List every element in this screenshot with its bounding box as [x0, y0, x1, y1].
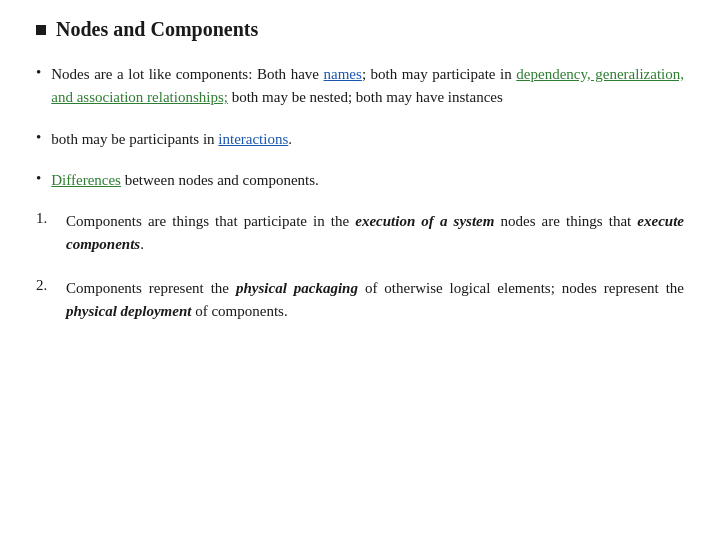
bullet-icon: • — [36, 170, 41, 187]
list-item: • Nodes are a lot like components: Both … — [36, 63, 684, 110]
slide-title: Nodes and Components — [56, 18, 258, 41]
names-link: names — [324, 66, 362, 82]
bullet-text-1: Nodes are a lot like components: Both ha… — [51, 63, 684, 110]
physical-deployment-text: physical deployment — [66, 303, 191, 319]
differences-link: Differences — [51, 172, 121, 188]
interactions-link: interactions — [218, 131, 288, 147]
list-item: • both may be participants in interactio… — [36, 128, 684, 151]
slide-container: Nodes and Components • Nodes are a lot l… — [0, 0, 720, 540]
list-item: 1. Components are things that participat… — [36, 210, 684, 257]
physical-packaging-text: physical packaging — [236, 280, 358, 296]
title-row: Nodes and Components — [36, 18, 684, 41]
bullet-icon: • — [36, 129, 41, 146]
title-bullet-icon — [36, 25, 46, 35]
numbered-text-2: Components represent the physical packag… — [66, 277, 684, 324]
bullet-text-3: Differences between nodes and components… — [51, 169, 319, 192]
exec-system-text: execution of a system — [355, 213, 494, 229]
dependency-link: dependency, generalization, and associat… — [51, 66, 684, 105]
number-label-1: 1. — [36, 210, 56, 227]
list-item: 2. Components represent the physical pac… — [36, 277, 684, 324]
content-area: • Nodes are a lot like components: Both … — [36, 63, 684, 341]
numbered-text-1: Components are things that participate i… — [66, 210, 684, 257]
list-item: • Differences between nodes and componen… — [36, 169, 684, 192]
number-label-2: 2. — [36, 277, 56, 294]
bullet-icon: • — [36, 64, 41, 81]
bullet-text-2: both may be participants in interactions… — [51, 128, 292, 151]
